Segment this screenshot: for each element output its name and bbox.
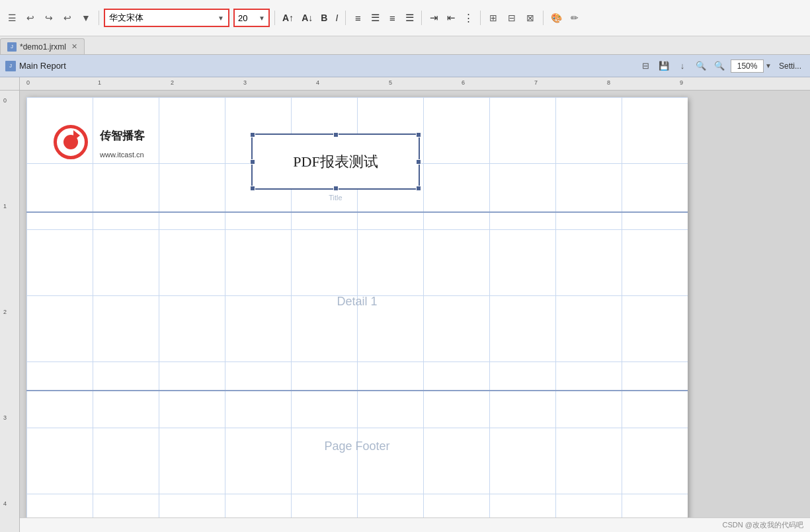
watermark-text: CSDN @改改我的代码吧 [723,520,803,530]
font-name-value: 华文宋体 [109,12,143,24]
separator-2 [274,11,275,25]
logo-element: 传智播客 ™ www.itcast.cn [46,120,152,167]
redo-button[interactable]: ↪ [41,10,57,26]
report-icon: J [5,61,16,71]
save-button[interactable]: 💾 [657,59,671,73]
page-view-button[interactable]: ⊟ [638,59,653,73]
ruler-corner [0,77,20,91]
title-element[interactable]: PDF报表测试 Title [251,133,420,190]
report-header: J Main Report ⊟ 💾 ↓ 🔍 🔍 150% ▼ Setti... [0,55,810,77]
tab-icon: J [7,42,17,52]
logo-text-block: 传智播客 ™ www.itcast.cn [100,128,145,159]
settings-button[interactable]: Setti... [776,60,805,72]
zoom-arrow-icon[interactable]: ▼ [765,62,772,69]
color1-button[interactable]: 🎨 [548,10,564,26]
separator-5 [480,11,481,25]
band-detail: Detail 1 [26,213,688,391]
zoom-in-button[interactable]: 🔍 [712,59,727,73]
logo-url: www.itcast.cn [100,151,145,159]
arrow-button[interactable]: ▼ [78,10,94,26]
report-title: Main Report [19,61,66,71]
font-size-dropdown[interactable]: 20 ▼ [233,9,270,27]
detail-band-label: Detail 1 [337,295,377,309]
indent-button[interactable]: ⇥ [426,11,441,25]
align-justify-button[interactable]: ☰ [402,11,417,25]
handle-tl[interactable] [250,132,255,137]
footer-band-label: Page Footer [324,439,389,453]
font-size-value: 20 [238,13,247,23]
tab-label: *demo1.jrxml [20,42,66,52]
table-button[interactable]: ⊟ [504,10,520,26]
handle-ml[interactable] [250,159,255,165]
font-increase-button[interactable]: A↑ [280,10,296,26]
font-decrease-button[interactable]: A↓ [299,10,315,26]
band-footer: Page Footer [26,391,688,500]
handle-tr[interactable] [416,132,421,137]
font-name-dropdown[interactable]: 华文宋体 ▼ [104,9,229,27]
handle-br[interactable] [416,186,421,191]
main-toolbar: ☰ ↩ ↪ ↩ ▼ 华文宋体 ▼ 20 ▼ A↑ A↓ B I ≡ ☰ ≡ ☰ … [0,0,810,36]
content-area: J Main Report ⊟ 💾 ↓ 🔍 🔍 150% ▼ Setti... [0,55,810,532]
report-header-left: J Main Report [5,61,66,71]
ruler-vertical: 0 1 2 3 4 [0,91,20,532]
undo-button[interactable]: ↩ [22,10,38,26]
list-button[interactable]: ⋮ [461,11,475,25]
tab-bar: J *demo1.jrxml ✕ [0,36,810,55]
canvas-wrapper[interactable]: J Main Report ⊟ 💾 ↓ 🔍 🔍 150% ▼ Setti... [0,55,810,532]
outdent-button[interactable]: ⇤ [444,11,458,25]
title-band-label: Title [329,194,342,202]
handle-bm[interactable] [333,186,339,191]
italic-button[interactable]: I [333,10,341,26]
ruler-horizontal: 0 1 2 3 4 5 6 7 8 9 [20,77,810,91]
separator-6 [543,11,544,25]
bold-button[interactable]: B [318,10,330,26]
handle-bl[interactable] [250,186,255,191]
grid-button[interactable]: ⊞ [485,10,501,26]
align-center-button[interactable]: ☰ [368,11,382,25]
frame-button[interactable]: ⊠ [522,10,538,26]
tab-demo1[interactable]: J *demo1.jrxml ✕ [0,38,85,54]
font-name-arrow: ▼ [218,15,224,22]
title-text: PDF报表测试 [293,152,378,172]
logo-tm: ™ [100,137,145,143]
zoom-out-button[interactable]: 🔍 [694,59,708,73]
band-title: 传智播客 ™ www.itcast.cn PDF报表测试 [26,97,688,213]
align-right-button[interactable]: ≡ [385,11,399,25]
design-canvas: 传智播客 ™ www.itcast.cn PDF报表测试 [26,97,688,527]
logo-graphic [54,125,91,162]
font-size-arrow: ▼ [259,15,265,22]
separator-1 [99,11,99,25]
align-left-button[interactable]: ≡ [350,11,365,25]
download-button[interactable]: ↓ [675,59,690,73]
undo2-button[interactable]: ↩ [60,10,75,26]
handle-tm[interactable] [333,132,339,137]
separator-4 [421,11,422,25]
zoom-value: 150% [731,59,764,73]
handle-mr[interactable] [416,159,421,165]
zoom-display: 150% ▼ [731,59,772,73]
report-header-right: ⊟ 💾 ↓ 🔍 🔍 150% ▼ Setti... [638,59,805,73]
separator-3 [345,11,346,25]
menu-button[interactable]: ☰ [4,10,20,26]
color2-button[interactable]: ✏ [567,10,583,26]
tab-close-button[interactable]: ✕ [71,42,77,51]
bottom-strip: CSDN @改改我的代码吧 [0,517,810,532]
